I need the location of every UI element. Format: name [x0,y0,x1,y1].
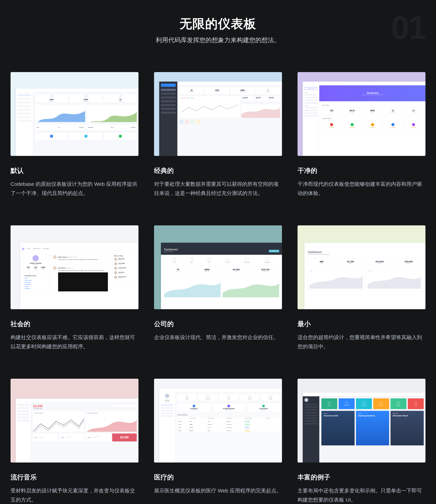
nav-icon-label: Inbox [190,262,193,263]
dashboard-thumb-default[interactable]: 1500SALES $780EARNINGS 15TICKETS 10097$9… [10,72,138,156]
dashboard-thumb-clean[interactable]: + New Account MAIN EXTRA DashboardWelcom… [298,72,426,156]
hero-title: Dashboard [367,92,378,94]
profile-job: Photographer [33,264,39,265]
card-desc: 受材料启发的设计赋予块元素深度，并改变与仪表板交互的方式。 [10,486,138,504]
patients-table: ID LAST NAME FIRST NAME CONDITION APPOIN… [177,417,280,432]
new-account-button: + New Account [304,87,318,90]
stat-value: 21 [392,109,394,112]
pstat-l: Following [32,269,39,270]
action-label: Appointment [205,398,211,399]
sum-lbl: Pending approval [260,409,267,411]
sum-val: 2 Payments [259,408,268,409]
stat-label: Average [350,112,354,113]
person-name: Sara Fields [118,258,125,260]
stat-label: Items [331,112,333,113]
card-title: 最小 [298,320,426,328]
tile: Solve Week [339,398,354,409]
card-desc: 构建社交仪表板应该不难。它应该很容易，这样您就可以花更多时间构建您的应用程序。 [10,333,138,351]
card-desc: 对于要处理大量数据并需要其可以获得的所有空间的项目来说，这是一种经典且经过充分测… [154,180,282,198]
action-label: Message [268,398,272,399]
card-desc: Codebase 的原始仪表板设计为您的 Web 应用程序提供了一个干净、现代且… [10,180,138,198]
hero-tile: BUSINESSAlternative Road [391,411,424,445]
trend: #design [25,286,47,287]
trend: #web [25,278,47,279]
stat-value: $880 [205,268,209,271]
card-title: 公司的 [154,320,282,328]
card-title: 流行音乐 [10,473,138,482]
dashboard-thumb-minimal[interactable]: DashboardWelcome Admin, everything looks… [298,225,426,309]
stat-value: 869 [320,260,323,263]
tile: Research [373,398,389,409]
cta-value: $2,958 [120,436,129,439]
pstat: 1.690 [39,267,47,269]
add-project-button [161,84,176,87]
tile: Tips [408,398,424,409]
stat-value: $15,500 [376,260,384,263]
stat-value: $8.25 [350,109,355,112]
stat-value: $980 [240,89,245,91]
card-title: 社会的 [10,320,138,328]
delta: +25% [190,98,193,99]
section-number: 01 [391,9,426,46]
avatar [304,398,308,402]
tab: Messages [43,248,49,250]
dashboard-thumb-classic[interactable]: 34PROJECTS 1500CLIENTS $980EARNINGS 7PRO… [154,72,282,156]
mini-val: 34.2 [111,127,114,128]
card-desc: 展示医生概览仪表板的医疗 Web 应用程序的完美起点。 [154,486,282,495]
profile-name: Andrea Gardner [30,262,42,264]
stat-label: TICKETS [118,101,123,102]
pstat: 750 [25,267,32,269]
action-label: Patient [185,398,189,399]
dashboard-thumb-corporate[interactable]: DashboardWelcome Admin+ New Project Stor… [154,225,282,309]
stat-label: TOTAL [235,271,238,272]
dashboard-thumb-pop[interactable]: 16,430YOUR BALANCE Sales This week Earni… [10,379,138,462]
page-title: 无限的仪表板 [10,16,426,32]
table-row: 04873RoyCarolHeartburnConfirmed⋯ [177,420,280,423]
new-project-button: + New Project [269,250,279,252]
card-desc: 主要布局中还包含更多变化和示例。只需单击一下即可构建您想要的仪表板 UI。 [298,486,426,504]
sum-val: 5 Patients [190,408,198,409]
delta: +2% [187,98,189,99]
card-desc: 干净而现代的仪表板使您能够创建丰富的内容和用户驱动的体验。 [298,180,426,198]
hero-tile: DESIGNInspiring Solutions [356,411,389,445]
balance: 16,430 [33,405,43,408]
sum-lbl: 2 completed today [225,409,232,411]
delta: -16 [184,98,186,99]
person-name: Brian Stevens [118,276,126,277]
section-header: Quick Stats [322,104,423,106]
tile: Statistics [391,398,406,409]
stat-label: CLIENTS [215,91,219,92]
group-label: EXTRA [304,105,318,106]
mini-val: $40,000 [88,127,93,128]
person-name: Carol Ray [118,272,124,273]
person-name: Carol White [118,263,125,264]
card-title: 经典的 [154,166,282,175]
sum-lbl: 4 on schedule today [190,409,198,411]
card-title: 丰富的例子 [298,473,426,482]
dashboard-thumb-medical[interactable]: Dr. Elsa Cardiologist Patient Appointmen… [154,379,282,462]
stat-value: $19,700 [261,268,270,271]
stat-value: 78 [176,268,179,271]
stat-label: Messages [391,112,395,113]
stat-value: 12 [412,109,415,112]
stat-value: 1500 [49,99,54,101]
post-text: Nunc quam diam, porta et rutrum eget, fe… [58,270,108,271]
ts-val: $ 5,540 [243,97,253,99]
table-row: 04870MurrayHelenDizzinessCanceled⋯ [177,429,280,432]
stat-value: $983 [370,109,375,112]
dashboard-thumb-social[interactable]: HomeNotificationsMessages Andrea Gardner… [10,225,138,309]
table-title: Current Patients [177,414,280,416]
post-handle: @w.garcia · 30m [68,256,77,258]
ts-lbl: AVG [256,99,266,99]
ts-lbl: TOTAL [243,99,253,99]
stat-label: Earnings [371,112,374,113]
sum-val: 8 Appointments [223,408,235,409]
table-row: 04871GarciaJustinExhaustionPending⋯ [177,426,280,429]
dashboard-thumb-rich[interactable]: ArticlesSolve WeekEnvironmentResearchSta… [298,379,426,462]
tab: Home [27,248,30,250]
card-title: 默认 [10,166,138,175]
section-header: Latest Projects [322,118,423,119]
stat-value: $780 [84,99,88,101]
stat-label: SALES [320,263,323,264]
post-name: Sara Smith [58,267,65,269]
